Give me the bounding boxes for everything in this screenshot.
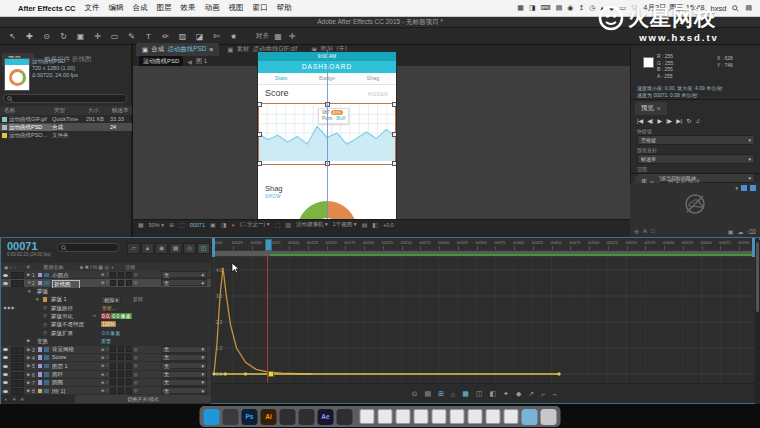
ease-out-icon[interactable]: ¬ xyxy=(552,391,556,398)
layer-switches[interactable]: ◈/◎ xyxy=(101,371,138,378)
collapse-switch-icon[interactable]: ◈ xyxy=(101,363,104,368)
graph-type-icon[interactable]: ▤ xyxy=(424,390,431,398)
keyframe-nav[interactable]: ◀ ◆ ▶ xyxy=(3,305,14,310)
stopwatch-icon[interactable]: ◷ xyxy=(43,330,47,335)
zoom-tool[interactable]: ⊙ xyxy=(38,32,55,41)
selection-tool[interactable]: ↖ xyxy=(4,32,21,41)
transform-box-icon[interactable]: ✢ xyxy=(20,396,24,402)
keyframe-marker[interactable] xyxy=(223,372,227,376)
mask-row[interactable]: ▼蒙版 1相加 ▾反转 xyxy=(1,296,211,304)
layer-color-chip[interactable] xyxy=(38,372,42,377)
layer-row[interactable]: ▶3背景网格◈/◎无▾ xyxy=(1,346,211,354)
wifi-icon[interactable]: ♡ xyxy=(631,4,637,12)
edit-keyframe-icon[interactable]: ◆ xyxy=(516,390,521,398)
favor-select[interactable]: 帧速率▾ xyxy=(637,154,755,164)
layer-name[interactable]: 图层 1 xyxy=(52,363,68,370)
twirl-toggle[interactable]: ▶ xyxy=(27,380,30,385)
col-size[interactable]: 大小 xyxy=(88,107,112,114)
property-row[interactable]: ◷蒙版不透明度100% xyxy=(1,321,211,329)
playhead-marker[interactable] xyxy=(265,239,272,251)
selected-keyframe[interactable] xyxy=(269,372,274,377)
pen-tool[interactable]: ✎ xyxy=(123,32,140,41)
volume-icon[interactable]: ◆ xyxy=(609,4,614,12)
project-row-name[interactable]: 运动曲线PSD xyxy=(9,124,52,131)
stopwatch-icon[interactable]: ◷ xyxy=(43,305,47,310)
property-group-row[interactable]: ▶变换重置 xyxy=(1,337,211,345)
collapse-switch-icon[interactable]: ◈ xyxy=(101,380,104,385)
dock-app-dark-1-icon[interactable] xyxy=(280,409,296,425)
value-part[interactable]: 100% xyxy=(101,321,116,327)
library-follow-icon[interactable]: ✢ xyxy=(634,228,639,235)
motion-blur-icon[interactable]: ◎ xyxy=(183,243,196,254)
frame-blend-icon[interactable]: ▦ xyxy=(169,243,182,254)
eye-toggle[interactable] xyxy=(3,365,8,368)
effect-switch-icon[interactable]: ◎ xyxy=(134,280,138,285)
group-label[interactable]: 蒙版 xyxy=(37,288,48,295)
library-text-icon[interactable]: A xyxy=(643,228,647,235)
quality-switch-icon[interactable]: / xyxy=(106,363,107,368)
next-frame-button[interactable]: |▶ xyxy=(666,117,672,124)
switch-box[interactable] xyxy=(126,371,132,377)
menu-item[interactable]: 视图 xyxy=(229,3,244,12)
tab-preview[interactable]: 预览≡ xyxy=(635,102,667,115)
property-value[interactable]: 0.0,0.0 像素 xyxy=(101,313,132,319)
switch-box[interactable] xyxy=(118,346,124,352)
rotate-tool[interactable]: ↻ xyxy=(55,32,72,41)
workspace-icon[interactable]: ✛ xyxy=(287,32,297,41)
camera-tool[interactable]: ▣ xyxy=(72,32,89,41)
easy-ease-icon[interactable]: ↗ xyxy=(528,390,534,398)
av-box[interactable] xyxy=(17,355,24,362)
layer-color-chip[interactable] xyxy=(38,389,42,394)
switch-box[interactable] xyxy=(118,371,124,377)
av-box[interactable] xyxy=(17,380,24,387)
switch-box[interactable] xyxy=(126,346,132,352)
switch-box[interactable] xyxy=(118,363,124,369)
separate-dimensions-icon[interactable]: ✦ xyxy=(503,390,509,398)
collapse-switch-icon[interactable]: ◈ xyxy=(101,355,104,360)
dock-window-thumbnail[interactable] xyxy=(378,409,393,424)
layer-switches[interactable]: ◈/◎ xyxy=(101,279,138,286)
label-color-chip[interactable] xyxy=(2,117,7,122)
layer-switches[interactable]: ◈/◎ xyxy=(101,346,138,353)
work-area-start-handle[interactable] xyxy=(212,238,215,257)
brush-tool[interactable]: ✏ xyxy=(157,32,174,41)
viewer-current-time[interactable]: 00071 xyxy=(190,222,205,228)
value-part[interactable]: 形状... xyxy=(101,305,117,311)
app-status-icon-1[interactable]: ▦ xyxy=(517,4,524,12)
dock-window-thumbnail[interactable] xyxy=(450,409,465,424)
layer-color-chip[interactable] xyxy=(38,281,42,286)
layer-row[interactable]: ▶6圆环◈/◎无▾ xyxy=(1,371,211,379)
parent-select[interactable]: 无▾ xyxy=(161,354,207,361)
layer-color-chip[interactable] xyxy=(38,347,42,352)
breadcrumb-layer[interactable]: 图 1 xyxy=(196,57,207,66)
property-row[interactable]: ◷∞蒙版羽化0.0,0.0 像素 xyxy=(1,312,211,320)
menu-item[interactable]: 文件 xyxy=(85,3,100,12)
av-box[interactable] xyxy=(17,280,24,287)
mask-label[interactable]: 蒙版 1 xyxy=(51,296,67,303)
stopwatch-icon[interactable]: ◷ xyxy=(43,313,47,318)
effect-switch-icon[interactable]: ◎ xyxy=(134,355,138,360)
layer-switches[interactable]: ◈/◎ xyxy=(101,354,138,361)
switch-box[interactable] xyxy=(110,363,116,369)
hand-tool[interactable]: ✚ xyxy=(21,32,38,41)
prev-frame-button[interactable]: ◀| xyxy=(647,117,653,124)
layer-switches[interactable]: ◈/◎ xyxy=(101,362,138,369)
parent-select[interactable]: 无▾ xyxy=(161,362,207,369)
menu-item[interactable]: 动画 xyxy=(205,3,220,12)
quality-switch-icon[interactable]: / xyxy=(106,355,107,360)
dock-window-thumbnail[interactable] xyxy=(468,409,483,424)
play-button[interactable]: ▶ xyxy=(657,117,662,124)
twirl-toggle[interactable]: ▼ xyxy=(35,297,39,302)
library-shape-icon[interactable]: □ xyxy=(651,228,655,235)
parent-select[interactable]: 无▾ xyxy=(161,279,207,286)
pixel-aspect-icon[interactable]: ▤ xyxy=(362,221,368,228)
value-part[interactable]: 0.0, xyxy=(101,313,111,319)
dock-window-thumbnail[interactable] xyxy=(414,409,429,424)
eraser-tool[interactable]: ◪ xyxy=(191,32,208,41)
library-trash-icon[interactable]: ⌫ xyxy=(748,228,756,235)
effect-switch-icon[interactable]: ◎ xyxy=(134,388,138,393)
stopwatch-icon[interactable]: ◷ xyxy=(43,322,47,327)
expand-layers-icon[interactable]: ◐ xyxy=(5,396,8,402)
switch-box[interactable] xyxy=(126,379,132,385)
eject-icon[interactable]: ▴ xyxy=(600,4,604,12)
